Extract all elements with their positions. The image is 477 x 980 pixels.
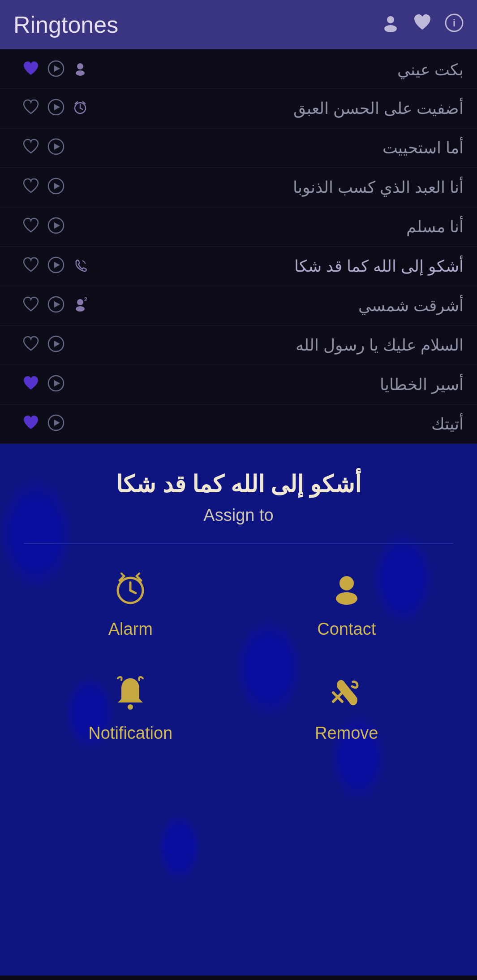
song-action-buttons — [22, 375, 64, 395]
song-row: أما استحييت — [0, 128, 477, 168]
song-action-buttons — [22, 138, 64, 158]
alarm-button[interactable]: Alarm — [27, 571, 234, 639]
song-row: السلام عليك يا رسول الله — [0, 325, 477, 365]
heart-icon[interactable] — [22, 256, 39, 276]
svg-marker-9 — [54, 104, 60, 110]
song-title[interactable]: أضفيت على الحسن العبق — [293, 99, 464, 118]
contact-label: Contact — [317, 620, 376, 639]
svg-point-41 — [339, 576, 354, 590]
header-actions: i — [381, 13, 464, 37]
song-action-buttons — [22, 256, 88, 276]
svg-marker-24 — [54, 301, 60, 308]
svg-point-6 — [77, 63, 83, 69]
svg-marker-29 — [54, 341, 60, 347]
song-action-buttons — [22, 335, 64, 355]
play-icon[interactable] — [47, 256, 64, 276]
heart-icon[interactable] — [22, 375, 39, 395]
song-row: أتيتك — [0, 404, 477, 444]
heart-icon[interactable] — [22, 60, 39, 80]
play-icon[interactable] — [47, 335, 64, 355]
play-icon[interactable] — [47, 138, 64, 158]
remove-label: Remove — [315, 724, 378, 743]
play-icon[interactable] — [47, 296, 64, 316]
svg-point-42 — [336, 592, 357, 605]
song-action-buttons — [22, 178, 64, 197]
song-row: بكت عيني — [0, 49, 477, 89]
svg-line-12 — [80, 108, 82, 109]
heart-icon[interactable] — [22, 335, 39, 355]
app-header: Ringtones i — [0, 0, 477, 49]
alarm-extra-icon — [73, 100, 88, 117]
person2-extra-icon: 2 — [73, 297, 88, 314]
heart-icon[interactable] — [22, 178, 39, 197]
song-action-buttons — [22, 414, 64, 434]
song-row: أنا مسلم — [0, 207, 477, 247]
person-extra-icon — [73, 61, 88, 78]
heart-icon[interactable] — [22, 414, 39, 434]
svg-line-40 — [137, 573, 139, 576]
alarm-label: Alarm — [108, 620, 153, 639]
svg-point-25 — [77, 299, 83, 305]
selected-song-title: أشكو إلى الله كما قد شكا — [98, 471, 378, 498]
heart-icon[interactable] — [22, 99, 39, 118]
svg-marker-18 — [54, 183, 60, 189]
song-row: أضفيت على الحسن العبق — [0, 89, 477, 128]
play-icon[interactable] — [47, 99, 64, 118]
song-action-buttons — [22, 60, 88, 80]
assign-to-label: Assign to — [203, 506, 273, 525]
svg-text:2: 2 — [84, 297, 87, 303]
notification-button[interactable]: Notification — [27, 675, 234, 743]
svg-text:i: i — [453, 17, 456, 29]
favorites-icon[interactable] — [413, 13, 432, 37]
heart-icon[interactable] — [22, 138, 39, 158]
song-action-buttons: 2 — [22, 296, 88, 316]
contact-icon — [329, 571, 365, 611]
song-title[interactable]: أشرقت شمسي — [358, 296, 464, 315]
play-icon[interactable] — [47, 60, 64, 80]
svg-marker-33 — [54, 420, 60, 426]
svg-marker-22 — [54, 262, 60, 268]
assign-panel: أشكو إلى الله كما قد شكا Assign to Alarm — [0, 444, 477, 976]
song-row: أشكو إلى الله كما قد شكا — [0, 247, 477, 286]
svg-marker-20 — [54, 222, 60, 229]
song-title[interactable]: أنا العبد الذي كسب الذنوبا — [293, 178, 464, 197]
alarm-icon — [112, 571, 148, 611]
svg-marker-5 — [54, 65, 60, 72]
heart-icon[interactable] — [22, 296, 39, 316]
play-icon[interactable] — [47, 178, 64, 197]
svg-line-39 — [121, 573, 124, 576]
song-title[interactable]: أنا مسلم — [406, 217, 464, 236]
song-title[interactable]: أشكو إلى الله كما قد شكا — [294, 257, 464, 276]
remove-icon — [329, 675, 365, 715]
song-row: أنا العبد الذي كسب الذنوبا — [0, 168, 477, 207]
song-action-buttons — [22, 99, 88, 118]
song-title[interactable]: أسير الخطايا — [380, 375, 464, 394]
play-icon[interactable] — [47, 217, 64, 237]
notification-icon — [112, 675, 148, 715]
profile-icon[interactable] — [381, 13, 400, 36]
phone-extra-icon — [73, 257, 88, 275]
svg-marker-31 — [54, 380, 60, 386]
info-icon[interactable]: i — [445, 13, 464, 36]
panel-divider — [24, 543, 453, 544]
play-icon[interactable] — [47, 375, 64, 395]
svg-point-43 — [128, 704, 133, 710]
song-title[interactable]: أتيتك — [431, 415, 464, 434]
song-list: بكت عينيأضفيت على الحسن العبقأما استحييت… — [0, 49, 477, 444]
heart-icon[interactable] — [22, 217, 39, 237]
play-icon[interactable] — [47, 414, 64, 434]
remove-button[interactable]: Remove — [243, 675, 451, 743]
notification-label: Notification — [88, 724, 172, 743]
app-title: Ringtones — [13, 11, 118, 38]
song-title[interactable]: أما استحييت — [382, 139, 464, 157]
song-action-buttons — [22, 217, 64, 237]
svg-point-1 — [384, 25, 397, 32]
svg-point-0 — [387, 16, 394, 23]
song-title[interactable]: السلام عليك يا رسول الله — [296, 336, 464, 355]
contact-button[interactable]: Contact — [243, 571, 451, 639]
song-title[interactable]: بكت عيني — [397, 61, 464, 79]
svg-line-36 — [130, 590, 136, 593]
song-row: 2أشرقت شمسي — [0, 286, 477, 325]
svg-point-26 — [76, 306, 85, 312]
svg-marker-16 — [54, 143, 60, 150]
